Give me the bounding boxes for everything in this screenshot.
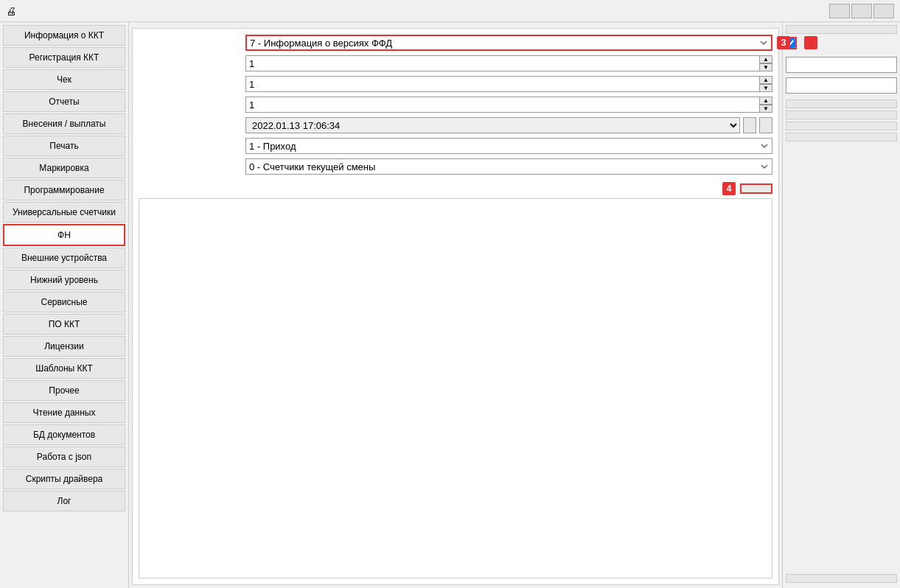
reg-cashier-button[interactable]: [786, 99, 897, 108]
cashier-section: [786, 52, 897, 99]
sidebar-item-log[interactable]: Лог: [3, 491, 125, 511]
data-type-row: 7 - Информация о версиях ФФД 3: [139, 35, 772, 51]
from-kkt-button[interactable]: [743, 117, 756, 133]
sidebar: Информация о ККТРегистрация ККТЧекОтчеты…: [0, 22, 129, 588]
reprint-button[interactable]: [786, 122, 897, 130]
sidebar-item-fn[interactable]: ФН: [3, 224, 125, 246]
sidebar-item-external-devices[interactable]: Внешние устройства: [3, 248, 125, 268]
sidebar-item-other[interactable]: Прочее: [3, 380, 125, 401]
check-type-select[interactable]: 1 - Приход: [245, 138, 772, 154]
sidebar-item-lower-level[interactable]: Нижний уровень: [3, 270, 125, 290]
from-pc-button[interactable]: [759, 117, 772, 133]
sidebar-item-universal-counters[interactable]: Универсальные счетчики: [3, 202, 125, 223]
requisite-num-up[interactable]: ▲: [759, 55, 772, 63]
requisite-num-spinner: ▲ ▼: [759, 55, 772, 71]
sidebar-item-service[interactable]: Сервисные: [3, 292, 125, 312]
title-bar: 🖨: [0, 0, 900, 22]
sidebar-item-scripts[interactable]: Скрипты драйвера: [3, 469, 125, 489]
sidebar-item-reg-kkt[interactable]: Регистрация ККТ: [3, 47, 125, 68]
document-num-row: ▲ ▼: [139, 76, 772, 92]
document-num-spinner: ▲ ▼: [759, 76, 772, 92]
badge-1: [804, 36, 817, 49]
app-icon: 🖨: [6, 5, 16, 17]
request-btn-row: 4: [139, 182, 772, 195]
sidebar-item-programming[interactable]: Программирование: [3, 180, 125, 200]
close-button[interactable]: [873, 4, 894, 18]
document-num-input[interactable]: [245, 76, 759, 92]
properties-button[interactable]: [786, 25, 897, 34]
main-content: 7 - Информация о версиях ФФД 3 ▲ ▼: [129, 22, 782, 588]
reg-num-spinner: ▲ ▼: [759, 97, 772, 113]
reg-num-input[interactable]: [245, 97, 759, 113]
requisite-num-row: ▲ ▼: [139, 55, 772, 71]
sidebar-item-info-kkt[interactable]: Информация о ККТ: [3, 25, 125, 46]
sidebar-item-print[interactable]: Печать: [3, 136, 125, 156]
form-area: 7 - Информация о версиях ФФД 3 ▲ ▼: [132, 28, 779, 585]
sidebar-item-work-json[interactable]: Работа с json: [3, 447, 125, 467]
datetime-row: 2022.01.13 17:06:34: [139, 117, 772, 133]
sidebar-item-templates[interactable]: Шаблоны ККТ: [3, 358, 125, 379]
document-num-up[interactable]: ▲: [759, 76, 772, 84]
results-area: [139, 198, 772, 578]
sidebar-item-po-kkt[interactable]: ПО ККТ: [3, 314, 125, 335]
sidebar-item-marking[interactable]: Маркировка: [3, 158, 125, 178]
reg-num-up[interactable]: ▲: [759, 97, 772, 105]
badge-3: 3: [777, 36, 790, 49]
minimize-button[interactable]: [829, 4, 850, 18]
reg-num-row: ▲ ▼: [139, 97, 772, 113]
sidebar-item-licenses[interactable]: Лицензии: [3, 336, 125, 357]
doc-status-button[interactable]: [786, 111, 897, 119]
counter-type-row: 0 - Счетчики текущей смены: [139, 158, 772, 175]
datetime-select[interactable]: 2022.01.13 17:06:34: [245, 117, 740, 133]
service-info-button[interactable]: [786, 133, 897, 141]
counter-type-select[interactable]: 0 - Счетчики текущей смены: [245, 158, 772, 175]
badge-4: 4: [722, 182, 736, 195]
reg-num-down[interactable]: ▼: [759, 105, 772, 113]
sidebar-item-data-read[interactable]: Чтение данных: [3, 402, 125, 423]
sidebar-item-check[interactable]: Чек: [3, 69, 125, 90]
window-controls: [829, 4, 894, 18]
right-panel: [782, 22, 900, 588]
data-type-select[interactable]: 7 - Информация о версиях ФФД: [245, 35, 772, 51]
maximize-button[interactable]: [851, 4, 872, 18]
check-type-row: 1 - Приход: [139, 138, 772, 154]
requisite-num-down[interactable]: ▼: [759, 63, 772, 71]
document-num-down[interactable]: ▼: [759, 84, 772, 92]
sidebar-item-reports[interactable]: Отчеты: [3, 91, 125, 112]
cashier-input[interactable]: [786, 57, 897, 73]
enabled-row: [786, 36, 897, 49]
sidebar-item-deposits[interactable]: Внесения / выплаты: [3, 113, 125, 134]
requisite-num-input[interactable]: [245, 55, 759, 71]
request-button[interactable]: [740, 183, 772, 194]
cashier-inn-input[interactable]: [786, 77, 897, 94]
sidebar-item-db-docs[interactable]: БД документов: [3, 424, 125, 445]
about-button[interactable]: [786, 574, 897, 583]
driver-info: [786, 568, 897, 574]
